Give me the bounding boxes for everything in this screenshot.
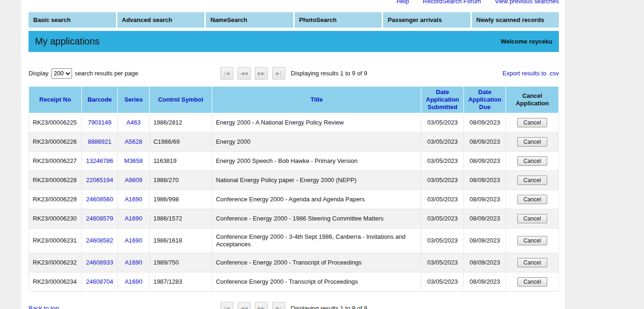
results-controls-top: Display 200 search results per page |◀ ◀… xyxy=(29,67,559,80)
series-link[interactable]: A1690 xyxy=(125,237,143,244)
date-submitted-cell: 03/05/2023 xyxy=(421,113,464,132)
tab-photosearch[interactable]: PhotoSearch xyxy=(295,12,382,28)
title-cell: Conference Energy 2000 - Agenda and Agen… xyxy=(212,190,421,209)
barcode-link[interactable]: 24608560 xyxy=(86,196,113,203)
date-submitted-cell: 03/05/2023 xyxy=(421,132,464,152)
date-due-cell: 08/09/2023 xyxy=(464,171,506,190)
control-symbol-cell: 1986/1618 xyxy=(149,228,212,253)
receipt-no-cell: RK23/00006225 xyxy=(29,113,82,132)
table-row: RK23/00006231 24608582 A1690 1986/1618 C… xyxy=(29,228,559,253)
prev-page-button[interactable]: ◀◀ xyxy=(238,302,251,309)
date-submitted-cell: 03/05/2023 xyxy=(421,272,464,292)
view-previous-searches-link[interactable]: View previous searches xyxy=(495,0,559,5)
page-title: My applications xyxy=(35,36,100,47)
cancel-cell: Cancel xyxy=(506,171,559,190)
barcode-cell: 24608704 xyxy=(81,272,117,292)
cancel-cell: Cancel xyxy=(506,253,559,272)
series-link[interactable]: A1690 xyxy=(125,259,143,266)
page-size-select[interactable]: 200 xyxy=(51,68,72,79)
series-cell: A1690 xyxy=(117,253,149,272)
page-size-control: Display 200 search results per page xyxy=(29,68,220,79)
back-to-top-link[interactable]: Back to top xyxy=(29,305,59,309)
barcode-cell: 24608560 xyxy=(81,190,117,209)
date-due-cell: 08/09/2023 xyxy=(464,272,506,292)
first-page-button[interactable]: |◀ xyxy=(220,302,233,309)
series-link[interactable]: A1690 xyxy=(125,278,143,285)
date-due-cell: 08/09/2023 xyxy=(464,209,506,228)
series-link[interactable]: M3658 xyxy=(124,157,143,164)
barcode-cell: 8886921 xyxy=(81,132,117,152)
tab-basic-search[interactable]: Basic search xyxy=(29,12,116,28)
barcode-link[interactable]: 7903149 xyxy=(88,119,112,126)
tab-newly-scanned-records[interactable]: Newly scanned records xyxy=(472,12,559,28)
tab-advanced-search[interactable]: Advanced search xyxy=(117,12,205,28)
last-page-button[interactable]: ▶| xyxy=(272,67,285,80)
cancel-cell: Cancel xyxy=(506,132,559,152)
date-due-cell: 08/09/2023 xyxy=(464,152,506,171)
cancel-button[interactable]: Cancel xyxy=(517,277,547,287)
barcode-link[interactable]: 8886921 xyxy=(88,138,112,145)
series-link[interactable]: A1690 xyxy=(125,196,143,203)
title-cell: Conference - Energy 2000 - 1986 Steering… xyxy=(212,209,421,228)
cancel-button[interactable]: Cancel xyxy=(517,214,547,223)
first-page-button[interactable]: |◀ xyxy=(220,67,233,80)
cancel-button[interactable]: Cancel xyxy=(517,258,547,267)
receipt-no-cell: RK23/00006228 xyxy=(29,171,82,190)
control-symbol-cell: 1988/270 xyxy=(149,171,212,190)
per-page-label: search results per page xyxy=(75,70,138,77)
recordsearch-forum-link[interactable]: RecordSearch Forum xyxy=(423,0,481,5)
series-cell: A1690 xyxy=(117,209,149,228)
cancel-button[interactable]: Cancel xyxy=(517,118,547,127)
cancel-cell: Cancel xyxy=(506,152,559,171)
prev-page-button[interactable]: ◀◀ xyxy=(238,67,251,80)
results-table-header: Receipt No Barcode Series Control Symbol… xyxy=(29,87,559,113)
next-page-button[interactable]: ▶▶ xyxy=(255,302,268,309)
tab-namesearch[interactable]: NameSearch xyxy=(206,12,293,28)
barcode-link[interactable]: 24608704 xyxy=(86,278,113,285)
series-link[interactable]: A463 xyxy=(126,119,140,126)
barcode-link[interactable]: 24608933 xyxy=(86,259,113,266)
results-controls-bottom: Back to top |◀ ◀◀ ▶▶ ▶| Displaying resul… xyxy=(29,302,559,309)
pagination-top: |◀ ◀◀ ▶▶ ▶| Displaying results 1 to 9 of… xyxy=(220,67,367,80)
last-page-button[interactable]: ▶| xyxy=(272,302,285,309)
control-symbol-cell: 1986/998 xyxy=(149,190,212,209)
next-page-button[interactable]: ▶▶ xyxy=(255,67,268,80)
help-link[interactable]: Help xyxy=(397,0,409,5)
table-row: RK23/00006234 24608704 A1690 1987/1283 C… xyxy=(29,272,559,292)
tab-bar: Basic search Advanced search NameSearch … xyxy=(29,12,559,28)
date-submitted-cell: 03/05/2023 xyxy=(421,171,464,190)
cancel-button[interactable]: Cancel xyxy=(517,137,547,147)
series-link[interactable]: A1690 xyxy=(125,215,143,222)
series-link[interactable]: A9809 xyxy=(125,177,143,184)
receipt-no-cell: RK23/00006229 xyxy=(29,190,82,209)
barcode-cell: 24608582 xyxy=(81,228,117,253)
title-cell: Conference Energy 2000 - 3-4th Sept 1986… xyxy=(212,228,421,253)
barcode-link[interactable]: 13246786 xyxy=(86,157,113,164)
cancel-button[interactable]: Cancel xyxy=(517,236,547,245)
tab-passenger-arrivals[interactable]: Passenger arrivals xyxy=(383,12,470,28)
date-submitted-cell: 03/05/2023 xyxy=(421,253,464,272)
welcome-text: Welcome royceku xyxy=(501,38,552,45)
content-area: Help RecordSearch Forum View previous se… xyxy=(21,0,565,309)
barcode-link[interactable]: 22065194 xyxy=(86,177,113,184)
cancel-button[interactable]: Cancel xyxy=(517,195,547,204)
cancel-button[interactable]: Cancel xyxy=(517,156,547,166)
results-count: Displaying results 1 to 9 of 9 xyxy=(291,305,367,309)
column-header-date-submitted: Date Application Submitted xyxy=(421,87,464,113)
column-header-series: Series xyxy=(117,87,149,113)
barcode-link[interactable]: 24608582 xyxy=(86,237,113,244)
series-link[interactable]: A5628 xyxy=(125,138,143,145)
export-csv-link[interactable]: Export results to .csv xyxy=(502,70,559,77)
display-label: Display xyxy=(29,70,49,77)
table-row: RK23/00006230 24608579 A1690 1986/1572 C… xyxy=(29,209,559,228)
receipt-no-cell: RK23/00006232 xyxy=(29,253,82,272)
title-cell: Energy 2000 - A National Energy Policy R… xyxy=(212,113,421,132)
cancel-button[interactable]: Cancel xyxy=(517,176,547,185)
page-header-banner: My applications Welcome royceku xyxy=(29,31,559,52)
barcode-link[interactable]: 24608579 xyxy=(86,215,113,222)
table-row: RK23/00006226 8886921 A5628 C1986/69 Ene… xyxy=(29,132,559,152)
series-cell: A5628 xyxy=(117,132,149,152)
date-due-cell: 08/09/2023 xyxy=(464,113,506,132)
series-cell: A9809 xyxy=(117,171,149,190)
date-due-cell: 08/09/2023 xyxy=(464,132,506,152)
